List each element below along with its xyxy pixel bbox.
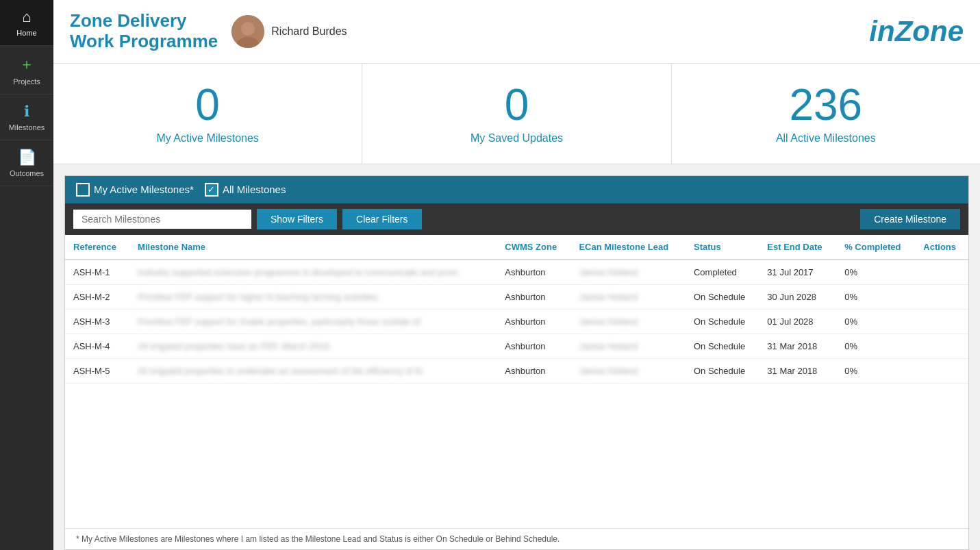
milestones-icon: ℹ bbox=[24, 103, 29, 121]
sidebar-item-home-label: Home bbox=[16, 29, 36, 37]
svg-point-1 bbox=[241, 22, 255, 36]
cell-actions-2 bbox=[915, 309, 968, 334]
checkbox-all-milestones-label: All Milestones bbox=[223, 184, 286, 195]
toolbar-bottom: Show Filters Clear Filters Create Milest… bbox=[65, 203, 968, 235]
stat-number-saved: 0 bbox=[505, 83, 529, 127]
table-row: ASH-M-1 Industry supported extension pro… bbox=[65, 260, 968, 285]
cell-ecan-lead-4: Janine Holland bbox=[570, 358, 686, 383]
toolbar-top: My Active Milestones* All Milestones bbox=[65, 176, 968, 203]
stat-number-all: 236 bbox=[789, 83, 862, 127]
col-pct-completed: % Completed bbox=[836, 235, 915, 260]
stat-label-active: My Active Milestones bbox=[156, 132, 258, 145]
content: My Active Milestones* All Milestones Sho… bbox=[53, 164, 980, 550]
col-milestone-name: Milestone Name bbox=[129, 235, 497, 260]
cell-reference-2: ASH-M-3 bbox=[65, 309, 129, 334]
cell-cwms-zone-3: Ashburton bbox=[497, 334, 570, 358]
cell-ecan-lead-2: Janine Holland bbox=[570, 309, 686, 334]
col-actions: Actions bbox=[915, 235, 968, 260]
cell-reference-3: ASH-M-4 bbox=[65, 334, 129, 358]
sidebar-item-projects-label: Projects bbox=[13, 77, 40, 86]
col-cwms-zone: CWMS Zone bbox=[497, 235, 570, 260]
create-milestone-button[interactable]: Create Milestone bbox=[860, 209, 960, 229]
table-row: ASH-M-4 All irrigated properties have an… bbox=[65, 334, 968, 358]
col-ecan-lead: ECan Milestone Lead bbox=[570, 235, 686, 260]
cell-ecan-lead-0: Janine Holland bbox=[570, 260, 686, 285]
col-est-end-date: Est End Date bbox=[759, 235, 836, 260]
cell-status-4: On Schedule bbox=[686, 358, 759, 383]
cell-ecan-lead-3: Janine Holland bbox=[570, 334, 686, 358]
clear-filters-button[interactable]: Clear Filters bbox=[342, 209, 421, 229]
cell-pct-completed-2: 0% bbox=[836, 309, 915, 334]
cell-reference-4: ASH-M-5 bbox=[65, 358, 129, 383]
cell-est-end-date-2: 01 Jul 2028 bbox=[759, 309, 836, 334]
page-title-line1: Zone Delivery bbox=[70, 10, 187, 31]
header: Zone Delivery Work Programme Richard Bur… bbox=[53, 0, 980, 64]
stat-card-all-milestones: 236 All Active Milestones bbox=[672, 64, 980, 164]
sidebar-item-milestones[interactable]: ℹ Milestones bbox=[0, 95, 53, 140]
checkbox-my-active-label: My Active Milestones* bbox=[94, 184, 194, 195]
main-area: Zone Delivery Work Programme Richard Bur… bbox=[53, 0, 980, 550]
show-filters-button[interactable]: Show Filters bbox=[257, 209, 337, 229]
projects-icon: ＋ bbox=[19, 54, 34, 75]
col-status: Status bbox=[686, 235, 759, 260]
checkbox-my-active-box[interactable] bbox=[76, 183, 90, 197]
search-input[interactable] bbox=[73, 210, 251, 229]
home-icon: ⌂ bbox=[22, 8, 31, 26]
avatar-image bbox=[231, 15, 264, 48]
checkbox-my-active[interactable]: My Active Milestones* bbox=[76, 183, 194, 197]
cell-est-end-date-1: 30 Jun 2028 bbox=[759, 284, 836, 309]
table-body: ASH-M-1 Industry supported extension pro… bbox=[65, 260, 968, 384]
inzone-logo: inZone bbox=[869, 15, 964, 48]
cell-reference-1: ASH-M-2 bbox=[65, 284, 129, 309]
table-row: ASH-M-5 All irrigated properties to unde… bbox=[65, 358, 968, 383]
sidebar-item-home[interactable]: ⌂ Home bbox=[0, 0, 53, 46]
stats-row: 0 My Active Milestones 0 My Saved Update… bbox=[53, 64, 980, 164]
table-row: ASH-M-3 Prioritise FEP support for Arabl… bbox=[65, 309, 968, 334]
cell-est-end-date-0: 31 Jul 2017 bbox=[759, 260, 836, 285]
cell-status-2: On Schedule bbox=[686, 309, 759, 334]
header-left: Zone Delivery Work Programme Richard Bur… bbox=[70, 11, 347, 52]
cell-pct-completed-0: 0% bbox=[836, 260, 915, 285]
table-header-row: Reference Milestone Name CWMS Zone ECan … bbox=[65, 235, 968, 260]
cell-status-0: Completed bbox=[686, 260, 759, 285]
cell-actions-4 bbox=[915, 358, 968, 383]
cell-ecan-lead-1: Janine Holland bbox=[570, 284, 686, 309]
cell-cwms-zone-4: Ashburton bbox=[497, 358, 570, 383]
checkbox-all-milestones[interactable]: All Milestones bbox=[205, 183, 286, 197]
cell-cwms-zone-1: Ashburton bbox=[497, 284, 570, 309]
user-name: Richard Burdes bbox=[271, 25, 347, 38]
cell-reference-0: ASH-M-1 bbox=[65, 260, 129, 285]
cell-pct-completed-3: 0% bbox=[836, 334, 915, 358]
footer-note: * My Active Milestones are Milestones wh… bbox=[65, 528, 968, 549]
cell-cwms-zone-2: Ashburton bbox=[497, 309, 570, 334]
cell-actions-1 bbox=[915, 284, 968, 309]
stat-number-active: 0 bbox=[195, 83, 220, 127]
table-panel: My Active Milestones* All Milestones Sho… bbox=[64, 175, 969, 550]
user-info: Richard Burdes bbox=[231, 15, 347, 48]
cell-milestone-name-2: Prioritise FEP support for Arable proper… bbox=[129, 309, 497, 334]
sidebar-item-outcomes-label: Outcomes bbox=[10, 169, 44, 177]
checkbox-all-milestones-box[interactable] bbox=[205, 183, 218, 197]
table-row: ASH-M-2 Prioritise FEP support for highe… bbox=[65, 284, 968, 309]
stat-card-saved-updates: 0 My Saved Updates bbox=[362, 64, 671, 164]
cell-milestone-name-3: All irrigated properties have an FEP. Ma… bbox=[129, 334, 497, 358]
cell-pct-completed-1: 0% bbox=[836, 284, 915, 309]
cell-est-end-date-4: 31 Mar 2018 bbox=[759, 358, 836, 383]
cell-est-end-date-3: 31 Mar 2018 bbox=[759, 334, 836, 358]
sidebar-item-outcomes[interactable]: 📄 Outcomes bbox=[0, 140, 53, 186]
milestones-table: Reference Milestone Name CWMS Zone ECan … bbox=[65, 235, 968, 384]
outcomes-icon: 📄 bbox=[18, 149, 36, 166]
stat-card-active-milestones: 0 My Active Milestones bbox=[53, 64, 362, 164]
sidebar: ⌂ Home ＋ Projects ℹ Milestones 📄 Outcome… bbox=[0, 0, 53, 550]
stat-label-all: All Active Milestones bbox=[776, 132, 876, 145]
table-wrap: Reference Milestone Name CWMS Zone ECan … bbox=[65, 235, 968, 528]
cell-actions-3 bbox=[915, 334, 968, 358]
page-title: Zone Delivery Work Programme bbox=[70, 11, 218, 52]
cell-milestone-name-0: Industry supported extension programme i… bbox=[129, 260, 497, 285]
cell-actions-0 bbox=[915, 260, 968, 285]
col-reference: Reference bbox=[65, 235, 129, 260]
avatar bbox=[231, 15, 264, 48]
page-title-line2: Work Programme bbox=[70, 31, 218, 51]
sidebar-item-projects[interactable]: ＋ Projects bbox=[0, 46, 53, 95]
cell-pct-completed-4: 0% bbox=[836, 358, 915, 383]
